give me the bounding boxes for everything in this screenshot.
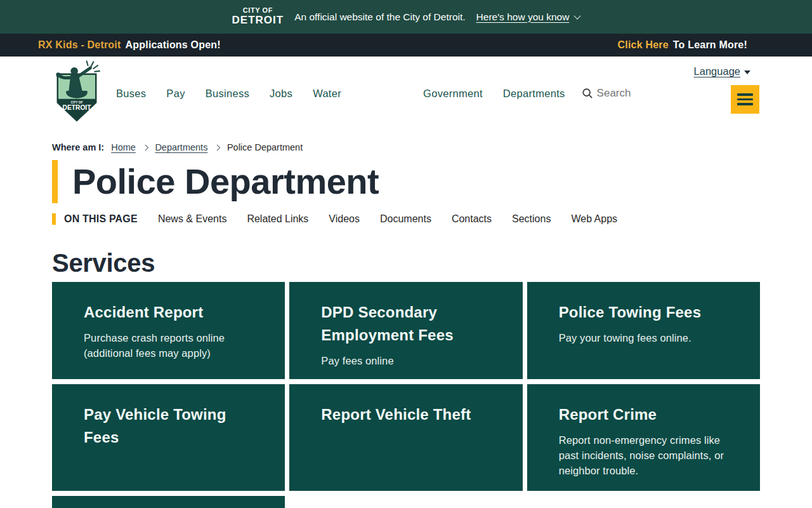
breadcrumb-departments-link[interactable]: Departments [155,142,207,152]
site-header: CITY OF DETROIT Buses Pay Business Jobs … [0,57,812,128]
on-this-page-nav: ON THIS PAGE News & Events Related Links… [52,211,760,227]
caret-down-icon [744,70,750,74]
spirit-of-detroit-logo-icon: CITY OF DETROIT [52,60,102,123]
search-label: Search [597,87,631,100]
chevron-right-icon [143,144,148,150]
menu-button[interactable] [731,85,759,114]
announcement-banner: RX Kids - DetroitApplications Open! Clic… [0,34,812,57]
service-card-description: Pay fees online [321,353,498,368]
topbar-city-wordmark-large: DETROIT [232,15,284,26]
page-title: Police Department [52,160,760,203]
tab-contacts[interactable]: Contacts [452,213,492,225]
main-navigation: Buses Pay Business Jobs Water Government… [116,88,565,100]
breadcrumb: Where am I: Home Departments Police Depa… [52,142,760,152]
service-card-description: Pay your towing fees online. [559,330,736,345]
banner-right-text: To Learn More! [673,39,747,50]
rx-kids-link[interactable]: RX Kids - Detroit [38,39,121,50]
search-icon [582,88,593,99]
breadcrumb-home-link[interactable]: Home [111,142,136,152]
detroit-logo[interactable]: CITY OF DETROIT [52,59,102,125]
nav-government[interactable]: Government [423,88,483,100]
official-topbar: CITY OF DETROIT An official website of t… [0,0,812,34]
main-content: Where am I: Home Departments Police Depa… [0,142,812,508]
tab-news-events[interactable]: News & Events [158,213,226,225]
tab-videos[interactable]: Videos [329,213,360,225]
service-card-title: Police Towing Fees [559,301,736,324]
chevron-down-icon [574,12,581,19]
chevron-right-icon [214,144,220,150]
nav-buses[interactable]: Buses [116,88,146,100]
service-card-dpd-secondary-employment-fees[interactable]: DPD Secondary Employment Fees Pay fees o… [289,282,522,379]
services-heading: Services [52,249,760,277]
tab-web-apps[interactable]: Web Apps [571,213,617,225]
tab-documents[interactable]: Documents [380,213,431,225]
service-card-report-vehicle-theft[interactable]: Report Vehicle Theft [289,384,522,491]
svg-text:CITY OF: CITY OF [70,101,82,104]
services-grid: Accident Report Purchase crash reports o… [52,282,760,508]
service-card-description: Report non-emergency crimes like past in… [559,432,736,478]
heres-how-you-know-link[interactable]: Here's how you know [476,11,580,23]
nav-business[interactable]: Business [206,88,249,100]
service-card-title: Accident Report [84,301,261,324]
service-card-title: Pay Vehicle Towing Fees [84,403,261,449]
nav-water[interactable]: Water [313,88,341,100]
nav-departments[interactable]: Departments [503,88,565,100]
menu-icon [737,93,753,105]
click-here-link[interactable]: Click Here [618,39,669,50]
banner-right-message: Click HereTo Learn More! [618,39,747,51]
banner-left-text: Applications Open! [126,39,221,50]
heres-how-you-know-label: Here's how you know [476,11,570,23]
breadcrumb-current-page: Police Department [227,142,303,152]
language-dropdown[interactable]: Language [694,65,750,77]
official-website-text: An official website of the City of Detro… [294,11,465,23]
service-card-pay-vehicle-towing-fees[interactable]: Pay Vehicle Towing Fees [52,384,285,491]
service-card-title: DPD Secondary Employment Fees [321,301,498,347]
language-label: Language [694,65,740,77]
topbar-city-wordmark: CITY OF DETROIT [232,7,284,26]
breadcrumb-prefix: Where am I: [52,142,104,152]
tab-sections[interactable]: Sections [512,213,551,225]
nav-pay[interactable]: Pay [166,88,185,100]
service-card-partial[interactable] [52,496,285,508]
banner-left-message: RX Kids - DetroitApplications Open! [38,39,221,51]
service-card-police-towing-fees[interactable]: Police Towing Fees Pay your towing fees … [527,282,760,379]
service-card-accident-report[interactable]: Accident Report Purchase crash reports o… [52,282,285,379]
search-control[interactable]: Search [582,87,631,100]
tab-related-links[interactable]: Related Links [247,213,308,225]
service-card-report-crime[interactable]: Report Crime Report non-emergency crimes… [527,384,760,491]
service-card-title: Report Vehicle Theft [321,403,498,426]
service-card-description: Purchase crash reports online (additiona… [84,330,261,361]
on-this-page-label: ON THIS PAGE [52,213,138,225]
nav-jobs[interactable]: Jobs [270,88,292,100]
svg-text:DETROIT: DETROIT [63,104,92,111]
service-card-title: Report Crime [559,403,736,426]
